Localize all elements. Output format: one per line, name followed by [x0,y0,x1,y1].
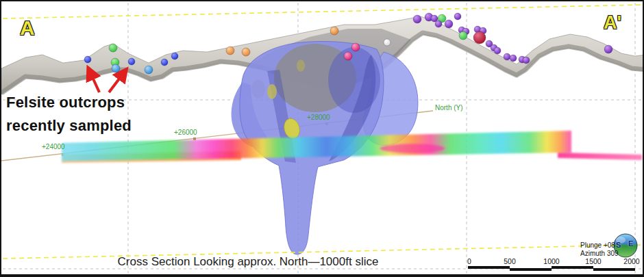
annotation-text-line2: recently sampled [6,117,132,135]
figure-caption: Cross Section Looking approx. North—1000… [90,255,406,269]
collar-point-purple [435,21,442,27]
globe-south-letter: S [616,241,621,249]
collar-point-blue [84,56,91,63]
collar-point-purple [413,15,421,23]
axis-name-north: North (Y) [435,104,463,111]
collar-point-green [459,31,467,40]
scale-label-0: 0 [467,257,471,265]
section-label-a-prime: A' [604,12,621,34]
collar-point-green [109,44,117,52]
collar-point-crimson [473,31,486,44]
collar-point-blue [171,53,178,60]
collar-point-blue [128,58,135,65]
collar-point-lightblue [112,64,120,72]
scale-label-1000: 1000 [543,257,559,265]
cross-section-figure: A A' Felsite outcrops recently sampled +… [0,0,644,277]
collar-point-magenta [344,52,352,60]
axis-tick-26000: +26000 [174,129,197,136]
collar-point-purple [494,47,501,54]
collar-point-purple [454,13,461,20]
collar-point-white [384,39,391,46]
section-label-a: A [20,16,35,40]
collar-point-orange [330,27,338,35]
collar-point-purple [523,57,530,64]
globe-east-letter: E [628,239,633,248]
view-plunge-label: Plunge +08 [580,241,615,250]
scale-label-1500: 1500 [585,257,601,265]
annotation-text-line1: Felsite outcrops [6,94,125,111]
axis-tick-24000: +24000 [42,143,65,150]
scene-canvas [1,1,644,277]
collar-point-blue [161,59,168,66]
scale-label-2000: 2000 [623,257,639,265]
scale-bar [468,266,635,271]
collar-point-lightblue [145,66,153,74]
collar-point-orange [242,48,250,56]
collar-point-purple [510,55,517,62]
collar-point-purple [604,45,612,53]
collar-point-orange [226,47,234,55]
scale-label-500: 500 [504,257,516,265]
axis-tick-28000: +28000 [307,114,330,121]
collar-point-magenta [351,43,360,51]
collar-point-purple [504,53,510,60]
collar-point-purple [445,20,453,28]
